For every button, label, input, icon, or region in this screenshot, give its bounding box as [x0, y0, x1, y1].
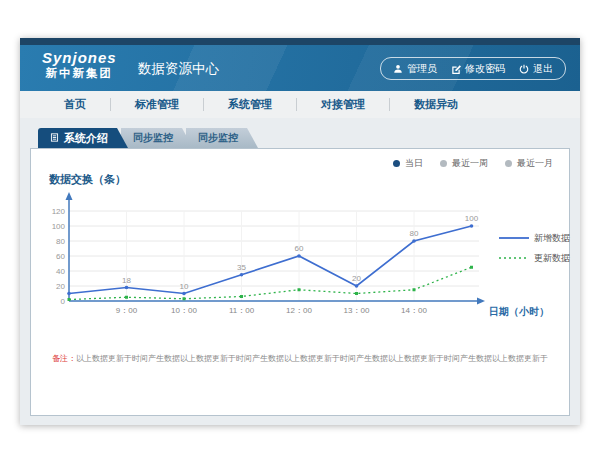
- svg-text:80: 80: [410, 229, 419, 238]
- svg-text:40: 40: [56, 267, 65, 276]
- tab-system-intro[interactable]: 系统介绍: [38, 128, 128, 148]
- svg-text:更新数据: 更新数据: [534, 253, 570, 263]
- svg-text:60: 60: [295, 244, 304, 253]
- svg-text:60: 60: [56, 252, 65, 261]
- app-window: Synjones 新中新集团 数据资源中心 管理员 修改密码 退出: [20, 38, 580, 425]
- edit-icon: [451, 64, 461, 74]
- svg-text:10：00: 10：00: [171, 306, 197, 315]
- filter-today[interactable]: 当日: [393, 157, 423, 170]
- document-icon: [50, 132, 59, 144]
- line-chart: 0204060801001209：0010：0011：0012：0013：001…: [41, 189, 581, 321]
- svg-text:80: 80: [56, 237, 65, 246]
- tab-sync-monitor-1[interactable]: 同步监控: [121, 128, 193, 148]
- tab-bar: 系统介绍 同步监控 同步监控: [38, 128, 580, 148]
- top-strip: [20, 38, 580, 45]
- admin-user-button[interactable]: 管理员: [393, 62, 437, 76]
- logo-text-en: Synjones: [42, 50, 117, 67]
- svg-text:20: 20: [352, 274, 361, 283]
- tab-sync-monitor-2[interactable]: 同步监控: [186, 128, 258, 148]
- main-nav: 首页 标准管理 系统管理 对接管理 数据异动: [20, 91, 580, 119]
- radio-dot-icon: [393, 160, 400, 167]
- svg-text:10: 10: [180, 282, 189, 291]
- svg-text:120: 120: [52, 207, 66, 216]
- time-range-filters: 当日 最近一周 最近一月: [393, 157, 553, 170]
- nav-item-system-mgmt[interactable]: 系统管理: [203, 98, 296, 111]
- logout-label: 退出: [533, 62, 553, 76]
- filter-label: 最近一月: [517, 157, 553, 170]
- nav-item-data-change[interactable]: 数据异动: [389, 98, 482, 111]
- page-title: 数据资源中心: [138, 60, 219, 78]
- y-axis-title: 数据交换（条）: [49, 172, 126, 187]
- svg-text:9：00: 9：00: [116, 306, 138, 315]
- filter-last-month[interactable]: 最近一月: [505, 157, 553, 170]
- chart-panel: 当日 最近一周 最近一月 数据交换（条） 0204060801001209：00…: [30, 148, 570, 416]
- note-text: 以上数据更新于时间产生数据以上数据更新于时间产生数据以上数据更新于时间产生数据以…: [76, 354, 548, 363]
- svg-text:0: 0: [61, 297, 66, 306]
- nav-item-standard-mgmt[interactable]: 标准管理: [110, 98, 203, 111]
- admin-label: 管理员: [407, 62, 437, 76]
- content-area: 系统介绍 同步监控 同步监控 当日 最近一周: [20, 118, 580, 425]
- svg-text:11：00: 11：00: [229, 306, 255, 315]
- power-icon: [519, 64, 529, 74]
- svg-text:20: 20: [56, 282, 65, 291]
- company-logo: Synjones 新中新集团: [42, 50, 117, 79]
- note-prefix: 备注：: [52, 354, 76, 363]
- logout-button[interactable]: 退出: [519, 62, 553, 76]
- svg-text:新增数据: 新增数据: [534, 233, 570, 243]
- svg-text:14：00: 14：00: [401, 306, 427, 315]
- svg-text:100: 100: [465, 214, 479, 223]
- svg-text:18: 18: [122, 276, 131, 285]
- user-toolbar: 管理员 修改密码 退出: [380, 57, 566, 80]
- filter-label: 最近一周: [452, 157, 488, 170]
- footer-note: 备注：以上数据更新于时间产生数据以上数据更新于时间产生数据以上数据更新于时间产生…: [31, 353, 569, 364]
- svg-text:日期（小时）: 日期（小时）: [489, 306, 549, 317]
- filter-last-week[interactable]: 最近一周: [440, 157, 488, 170]
- svg-text:13：00: 13：00: [344, 306, 370, 315]
- nav-item-home[interactable]: 首页: [40, 98, 110, 111]
- change-password-label: 修改密码: [465, 62, 505, 76]
- app-header: Synjones 新中新集团 数据资源中心 管理员 修改密码 退出: [20, 45, 580, 91]
- tab-label: 同步监控: [198, 131, 238, 145]
- logo-text-cn: 新中新集团: [42, 67, 117, 80]
- svg-text:35: 35: [237, 263, 246, 272]
- radio-dot-icon: [505, 160, 512, 167]
- nav-item-connect-mgmt[interactable]: 对接管理: [296, 98, 389, 111]
- filter-label: 当日: [405, 157, 423, 170]
- tab-label: 同步监控: [133, 131, 173, 145]
- svg-text:12：00: 12：00: [286, 306, 312, 315]
- svg-text:100: 100: [52, 222, 66, 231]
- user-icon: [393, 64, 403, 74]
- change-password-button[interactable]: 修改密码: [451, 62, 505, 76]
- tab-label: 系统介绍: [64, 131, 108, 146]
- radio-dot-icon: [440, 160, 447, 167]
